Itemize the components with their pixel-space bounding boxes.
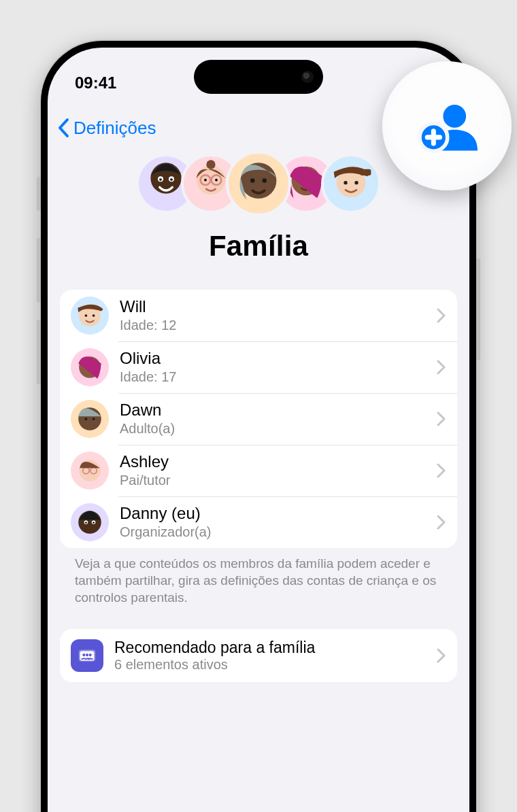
member-sub: Idade: 17 [120, 368, 426, 386]
avatar [71, 503, 109, 541]
recommended-row[interactable]: Recomendado para a família 6 elementos a… [60, 629, 457, 682]
phone-side-button [37, 320, 41, 384]
svg-point-8 [170, 178, 173, 181]
back-button[interactable]: Definições [56, 117, 156, 139]
status-time: 09:41 [75, 73, 116, 92]
avatar [226, 151, 291, 216]
recommended-icon [71, 639, 103, 672]
svg-point-40 [85, 522, 87, 524]
back-label: Definições [73, 118, 156, 139]
svg-point-12 [204, 179, 207, 182]
avatar [71, 400, 109, 438]
svg-point-27 [93, 314, 95, 317]
svg-point-47 [443, 105, 466, 128]
avatar [71, 348, 109, 386]
member-sub: Organizador(a) [120, 523, 426, 541]
phone-side-button [37, 177, 41, 211]
member-row[interactable]: Danny (eu) Organizador(a) [60, 496, 457, 548]
chevron-left-icon [56, 117, 72, 139]
chevron-right-icon [437, 411, 446, 426]
member-sub: Idade: 12 [120, 316, 426, 334]
phone-side-button [476, 258, 480, 360]
svg-point-17 [263, 178, 267, 182]
page-title: Família [48, 230, 469, 263]
member-sub: Adulto(a) [120, 420, 426, 437]
member-name: Ashley [120, 452, 426, 472]
member-name: Danny (eu) [120, 504, 426, 524]
svg-point-33 [93, 418, 95, 420]
svg-point-13 [215, 179, 218, 182]
avatar [71, 297, 109, 335]
chevron-right-icon [437, 360, 446, 375]
member-row[interactable]: Olivia Idade: 17 [60, 341, 457, 393]
member-row[interactable]: Will Idade: 12 [60, 290, 457, 341]
section-footnote: Veja a que conteúdos os membros da famíl… [60, 548, 457, 606]
recommended-sub: 6 elementos ativos [114, 657, 426, 673]
member-sub: Pai/tutor [120, 471, 426, 489]
svg-point-14 [206, 160, 215, 169]
member-name: Olivia [120, 349, 426, 369]
recommended-card: Recomendado para a família 6 elementos a… [60, 629, 457, 682]
chevron-right-icon [437, 648, 446, 663]
member-name: Will [120, 297, 426, 317]
phone-side-button [37, 238, 41, 303]
recommended-title: Recomendado para a família [114, 639, 426, 657]
svg-point-45 [86, 654, 88, 656]
member-row[interactable]: Ashley Pai/tutor [60, 445, 457, 496]
add-person-callout[interactable] [382, 61, 512, 190]
dynamic-island [194, 60, 323, 94]
chevron-right-icon [437, 308, 446, 323]
svg-point-46 [89, 654, 92, 656]
svg-point-22 [344, 181, 347, 184]
svg-rect-24 [360, 169, 371, 175]
svg-point-32 [85, 418, 88, 420]
svg-point-41 [93, 522, 95, 524]
svg-point-16 [250, 178, 254, 182]
svg-rect-51 [425, 135, 442, 139]
svg-point-44 [82, 654, 85, 656]
svg-point-26 [85, 314, 88, 317]
avatar [321, 154, 381, 214]
svg-point-7 [159, 178, 162, 181]
member-row[interactable]: Dawn Adulto(a) [60, 393, 457, 445]
add-person-icon [416, 95, 478, 156]
member-name: Dawn [120, 401, 426, 420]
chevron-right-icon [437, 463, 446, 478]
chevron-right-icon [437, 515, 446, 530]
family-members-card: Will Idade: 12 Olivia Idade: 17 [60, 290, 457, 548]
svg-point-23 [354, 181, 358, 184]
avatar [71, 452, 109, 490]
